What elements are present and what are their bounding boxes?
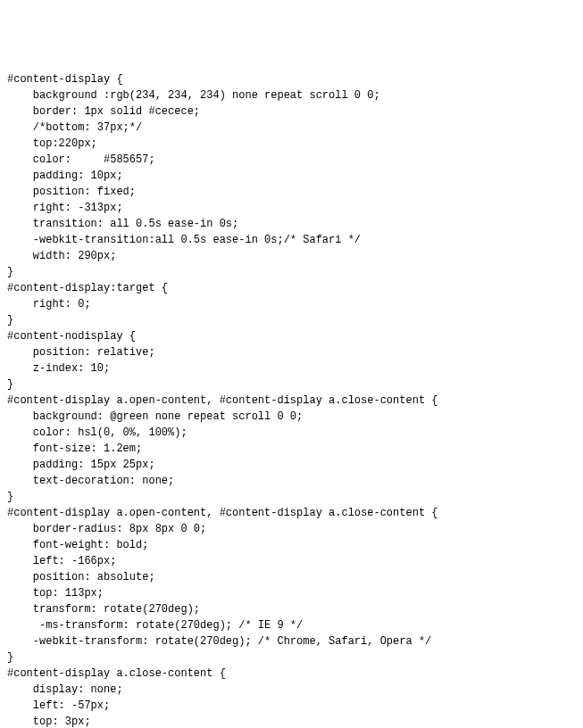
css-code-block: #content-display { background :rgb(234, …: [7, 71, 576, 728]
